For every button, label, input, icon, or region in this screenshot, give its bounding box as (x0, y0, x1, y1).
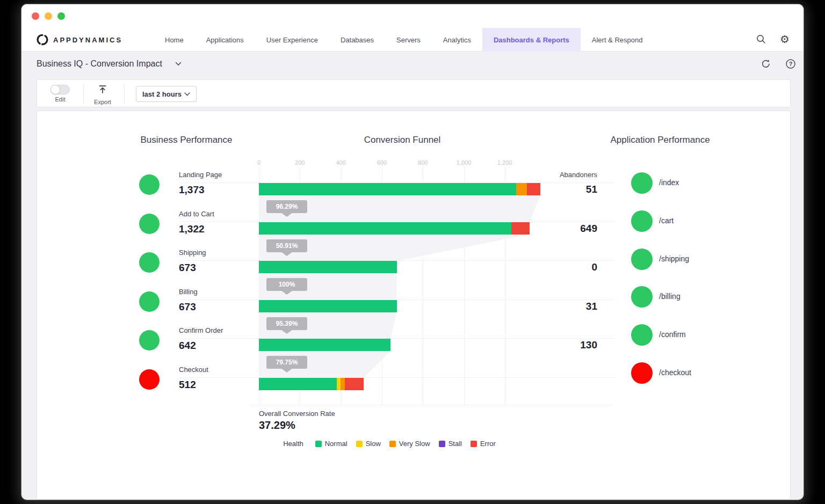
row-gridline (179, 300, 615, 300)
health-indicator-confirm-order[interactable] (139, 330, 160, 350)
step-label: Add to Cart (179, 210, 214, 218)
top-nav: APPDYNAMICS HomeApplicationsUser Experie… (21, 28, 804, 52)
endpoint-health-billing[interactable] (631, 286, 653, 308)
legend-item-stall: Stall (439, 440, 462, 448)
step-value: 642 (179, 340, 196, 352)
bar-segment-normal (259, 261, 397, 273)
minimize-window-icon[interactable] (45, 12, 52, 20)
funnel-bottom-gridline (249, 405, 613, 405)
legend-swatch-normal (315, 441, 322, 447)
funnel-bar-landing-page[interactable] (259, 183, 540, 195)
abandoners-value: 649 (580, 223, 597, 235)
bar-segment-very_slow (341, 378, 345, 390)
health-indicator-landing-page[interactable] (139, 174, 160, 195)
time-range-value: last 2 hours (142, 90, 182, 98)
row-gridline (179, 182, 615, 183)
funnel-bar-add-to-cart[interactable] (259, 222, 530, 235)
bar-segment-error (527, 183, 540, 195)
health-indicator-checkout[interactable] (139, 369, 160, 390)
endpoint-label-cart[interactable]: /cart (659, 216, 674, 225)
endpoint-health-shipping[interactable] (631, 249, 653, 270)
nav-item-analytics[interactable]: Analytics (432, 28, 482, 52)
abandoners-value: 51 (586, 184, 597, 195)
step-label: Billing (179, 288, 198, 296)
bar-segment-normal (259, 378, 337, 390)
endpoint-label-billing[interactable]: /billing (659, 292, 681, 301)
title-bar: Business IQ - Conversion Impact ? (21, 52, 804, 79)
bar-segment-normal (259, 183, 516, 195)
nav-item-alert-respond[interactable]: Alert & Respond (581, 28, 654, 52)
right-panel-title: Application Performance (610, 135, 710, 145)
step-label: Landing Page (179, 171, 222, 179)
help-icon[interactable]: ? (785, 59, 796, 69)
dashboard-toolbar: Edit Export last 2 hours (37, 79, 791, 107)
legend-label: Very Slow (399, 440, 430, 448)
nav-item-databases[interactable]: Databases (329, 28, 385, 52)
row-gridline (179, 338, 615, 339)
legend-title: Health (283, 440, 303, 448)
toolbar-divider (124, 84, 125, 104)
endpoint-label-shipping[interactable]: /shipping (659, 254, 689, 263)
funnel-bar-confirm-order[interactable] (259, 339, 390, 351)
abandoners-value: 31 (586, 301, 597, 312)
funnel-bar-checkout[interactable] (259, 378, 364, 390)
legend-swatch-very_slow (389, 441, 396, 447)
health-indicator-billing[interactable] (139, 291, 160, 312)
nav-item-servers[interactable]: Servers (385, 28, 432, 52)
dashboard-selector[interactable]: Business IQ - Conversion Impact (37, 59, 182, 69)
chevron-down-icon (184, 92, 190, 96)
endpoint-health-checkout[interactable] (631, 362, 653, 384)
endpoint-health-confirm[interactable] (631, 324, 653, 346)
endpoint-label-index[interactable]: /index (659, 178, 679, 187)
legend-label: Normal (325, 440, 348, 448)
export-label: Export (90, 99, 115, 105)
bar-segment-normal (259, 339, 390, 351)
export-icon (90, 84, 115, 97)
time-range-dropdown[interactable]: last 2 hours (136, 86, 197, 102)
step-value: 673 (179, 262, 196, 274)
funnel-bar-shipping[interactable] (259, 261, 397, 273)
endpoint-label-confirm[interactable]: /confirm (659, 330, 686, 339)
row-gridline (179, 377, 615, 378)
bar-segment-very_slow (516, 183, 527, 195)
edit-toggle-knob (50, 85, 60, 94)
nav-item-home[interactable]: Home (154, 28, 195, 52)
left-panel-title: Business Performance (140, 135, 232, 145)
nav-item-applications[interactable]: Applications (195, 28, 255, 52)
nav-item-dashboards-reports[interactable]: Dashboards & Reports (482, 28, 581, 52)
toolbar-divider (83, 84, 84, 104)
edit-toggle[interactable] (50, 85, 70, 94)
zoom-window-icon[interactable] (57, 12, 65, 20)
bar-segment-error (511, 222, 530, 235)
export-button[interactable]: Export (90, 80, 115, 108)
legend-label: Slow (366, 440, 381, 448)
abandoners-value: 130 (580, 339, 597, 351)
close-window-icon[interactable] (32, 12, 39, 20)
legend-swatch-slow (356, 441, 363, 447)
app-window: APPDYNAMICS HomeApplicationsUser Experie… (21, 4, 804, 500)
endpoint-health-index[interactable] (631, 172, 653, 194)
gear-icon[interactable]: ⚙ (780, 33, 790, 46)
row-gridline (179, 222, 615, 222)
health-indicator-add-to-cart[interactable] (139, 214, 160, 234)
step-label: Shipping (179, 249, 206, 257)
bar-segment-normal (259, 222, 511, 235)
dashboard-canvas: Business Performance Conversion Funnel A… (37, 111, 791, 500)
legend-label: Error (480, 440, 496, 448)
health-indicator-shipping[interactable] (139, 252, 160, 273)
funnel-title: Conversion Funnel (364, 135, 441, 145)
brand-name: APPDYNAMICS (53, 36, 122, 44)
endpoint-health-cart[interactable] (631, 210, 653, 232)
search-icon[interactable] (756, 34, 766, 46)
nav-item-user-experience[interactable]: User Experience (255, 28, 329, 52)
legend-item-slow: Slow (356, 440, 381, 448)
appdynamics-logo[interactable]: APPDYNAMICS (37, 28, 122, 52)
funnel-bar-billing[interactable] (259, 300, 397, 312)
svg-text:?: ? (789, 61, 793, 67)
legend-item-very-slow: Very Slow (389, 440, 430, 448)
conversion-rate-badge: 96.29% (266, 200, 307, 213)
bar-segment-slow (337, 378, 341, 390)
endpoint-label-checkout[interactable]: /checkout (659, 368, 691, 377)
step-label: Checkout (179, 366, 208, 374)
refresh-icon[interactable] (761, 59, 771, 69)
